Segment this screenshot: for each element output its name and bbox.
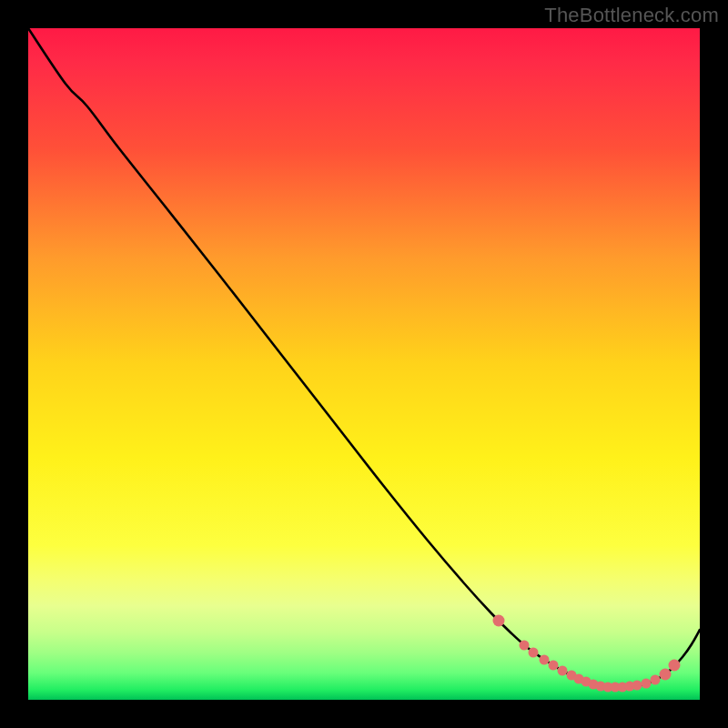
marker-dot [558,666,568,676]
marker-dot [669,660,681,672]
marker-dot [529,648,539,658]
marker-dot [493,615,505,627]
marker-dot [520,641,530,651]
chart-stage: TheBottleneck.com [0,0,728,728]
marker-dot [642,679,652,689]
marker-dot [632,681,642,691]
chart-svg [0,0,728,728]
marker-dot [540,655,550,665]
marker-dot [549,661,559,671]
plot-background [28,28,700,700]
marker-dot [651,675,661,685]
marker-dot [660,669,672,681]
